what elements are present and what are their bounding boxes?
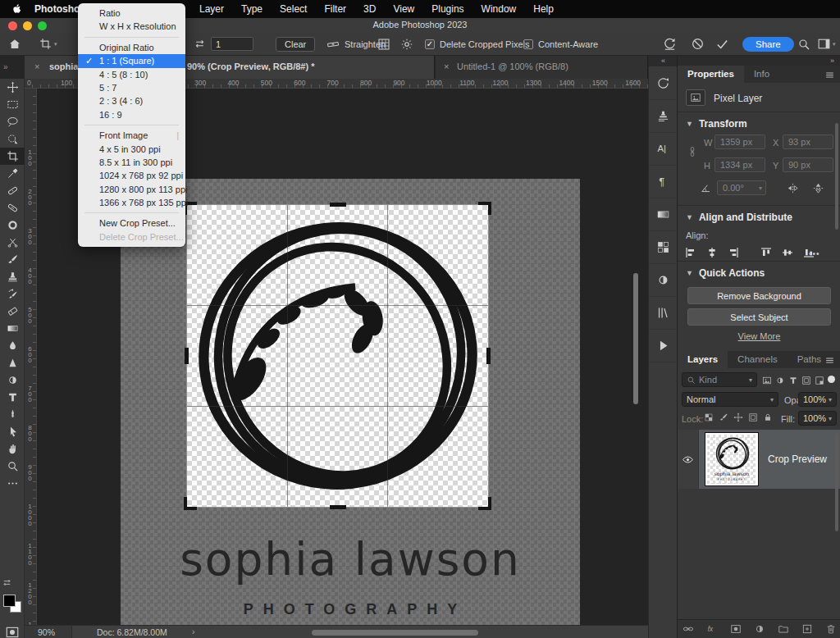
libraries-panel[interactable]: [649, 297, 678, 330]
tab-info[interactable]: Info: [744, 66, 779, 83]
menu-select[interactable]: Select: [280, 3, 307, 15]
menu-item-new-crop-preset[interactable]: New Crop Preset...: [78, 216, 185, 230]
eyedropper-tool[interactable]: [0, 165, 25, 182]
layer-mask-button[interactable]: [730, 623, 742, 635]
menu-item-8-5-x-11-in-300-ppi[interactable]: 8.5 x 11 in 300 ppi: [78, 156, 185, 169]
color-swatches[interactable]: [2, 594, 24, 617]
menu-3d[interactable]: 3D: [363, 3, 376, 15]
commit-crop-button[interactable]: [715, 33, 729, 55]
height-field[interactable]: 1334 px: [714, 157, 765, 172]
patterns-panel[interactable]: [649, 231, 678, 264]
rotation-angle-field[interactable]: 0.00°▾: [717, 180, 766, 195]
menu-item-16-9[interactable]: 16 : 9: [78, 108, 185, 121]
clone-stamp-tool[interactable]: [0, 268, 25, 285]
align-center-v-button[interactable]: [781, 246, 794, 259]
menu-help[interactable]: Help: [533, 3, 554, 15]
crop-handle-right[interactable]: [486, 348, 491, 364]
apple-menu-icon[interactable]: [11, 3, 23, 15]
opacity-select[interactable]: 100%▾: [798, 392, 837, 407]
crop-tool-preset-icon[interactable]: ▾: [39, 33, 57, 55]
align-right-button[interactable]: [727, 246, 740, 259]
menu-item-5-7[interactable]: 5 : 7: [78, 81, 185, 94]
menu-item-front-image[interactable]: Front Image|: [78, 129, 185, 142]
quick-mask-button[interactable]: [5, 625, 20, 638]
lock-position-button[interactable]: [733, 412, 743, 422]
close-tab-icon[interactable]: ×: [34, 62, 39, 71]
link-layers-button[interactable]: [682, 623, 694, 635]
filter-pixel-layers-button[interactable]: [762, 376, 772, 385]
crop-handle-bottom-right[interactable]: [478, 497, 491, 510]
swap-ratio-button[interactable]: [194, 33, 206, 55]
tab-channels[interactable]: Channels: [728, 351, 788, 368]
delete-cropped-pixels-checkbox[interactable]: ✓ Delete Cropped Pixels: [425, 33, 529, 55]
menu-item-original-ratio[interactable]: Original Ratio: [78, 41, 185, 54]
tab-overflow-chevron[interactable]: »: [3, 62, 8, 71]
move-tool[interactable]: [0, 79, 25, 96]
content-aware-checkbox[interactable]: Content-Aware: [523, 33, 598, 55]
zoom-tool[interactable]: [0, 458, 25, 475]
lock-all-button[interactable]: [763, 412, 773, 422]
path-select-tool[interactable]: [0, 423, 25, 440]
horizontal-scrollbar[interactable]: [312, 630, 478, 636]
crop-handle-bottom-left[interactable]: [184, 497, 197, 510]
expand-dock-chevron[interactable]: «: [649, 56, 678, 66]
document-tab-inactive[interactable]: × Untitled-1 @ 100% (RGB/8): [436, 56, 648, 79]
transform-section-header[interactable]: ▼Transform: [686, 118, 747, 130]
align-left-button[interactable]: [684, 246, 697, 259]
crop-handle-bottom[interactable]: [330, 505, 346, 509]
lock-artboard-button[interactable]: [748, 412, 758, 422]
pen-tool[interactable]: [0, 406, 25, 423]
menu-plugins[interactable]: Plugins: [431, 3, 463, 15]
status-options-chevron[interactable]: ›: [192, 627, 195, 636]
y-field[interactable]: 90 px: [783, 157, 833, 172]
crop-settings-gear-button[interactable]: [400, 33, 413, 55]
blur-tool[interactable]: [0, 337, 25, 354]
layer-thumbnail[interactable]: sophia lawson PHOTOGRAPHY: [705, 433, 758, 485]
quick-actions-header[interactable]: ▼Quick Actions: [686, 267, 765, 279]
menu-type[interactable]: Type: [241, 3, 262, 15]
adjustments-panel[interactable]: [649, 264, 678, 297]
crop-preview-box[interactable]: [187, 205, 488, 507]
blend-mode-select[interactable]: Normal▾: [682, 392, 778, 407]
flip-horizontal-icon[interactable]: [786, 181, 800, 195]
menu-window[interactable]: Window: [482, 3, 517, 15]
lasso-tool[interactable]: [0, 113, 25, 130]
view-more-link[interactable]: View More: [678, 331, 840, 341]
layer-filter-kind-select[interactable]: Kind▾: [682, 372, 757, 387]
vertical-ruler[interactable]: 1002003004005006007008009001000110012001…: [25, 89, 37, 625]
menu-item-ratio[interactable]: Ratio: [78, 7, 185, 20]
wh-link-icon[interactable]: [687, 146, 698, 157]
character-panel[interactable]: [649, 133, 678, 166]
panel-menu-icon[interactable]: [824, 355, 835, 366]
history-panel[interactable]: [649, 67, 678, 100]
remove-background-button[interactable]: Remove Background: [687, 287, 831, 304]
crop-overlay-options-button[interactable]: [377, 33, 390, 55]
align-section-header[interactable]: ▼Align and Distribute: [686, 212, 792, 223]
layer-row-crop-preview[interactable]: sophia lawson PHOTOGRAPHY Crop Preview: [678, 430, 840, 489]
actions-panel[interactable]: [649, 330, 678, 362]
brush-tool[interactable]: [0, 251, 25, 268]
crop-handle-top[interactable]: [330, 203, 346, 207]
foreground-color-swatch[interactable]: [3, 595, 16, 607]
sharpen-tool[interactable]: [0, 354, 25, 371]
lock-transparent-button[interactable]: [704, 412, 714, 422]
crop-tool[interactable]: [0, 148, 25, 165]
menu-item-1024-x-768-px-92-ppi[interactable]: 1024 x 768 px 92 ppi: [78, 169, 185, 182]
menu-item-1366-x-768-px-135-ppi[interactable]: 1366 x 768 px 135 ppi: [78, 196, 185, 209]
adjustment-layer-button[interactable]: [754, 623, 765, 635]
tab-layers[interactable]: Layers: [678, 351, 728, 368]
close-tab-icon[interactable]: ×: [444, 62, 449, 71]
healing-brush-tool[interactable]: [0, 199, 25, 216]
menu-filter[interactable]: Filter: [324, 3, 346, 15]
type-tool[interactable]: [0, 389, 25, 406]
gradients-panel[interactable]: [649, 198, 678, 231]
tab-properties[interactable]: Properties: [678, 66, 744, 83]
clone-source-panel[interactable]: [649, 100, 678, 133]
flip-vertical-icon[interactable]: [811, 181, 825, 195]
menu-item-4-x-5-in-300-ppi[interactable]: 4 x 5 in 300 ppi: [78, 143, 185, 156]
lock-pixels-button[interactable]: [719, 412, 728, 422]
remove-tool[interactable]: [0, 216, 25, 234]
new-layer-button[interactable]: [801, 623, 813, 635]
vertical-scrollbar[interactable]: [633, 273, 638, 404]
filter-adjustment-layers-button[interactable]: [775, 376, 785, 385]
